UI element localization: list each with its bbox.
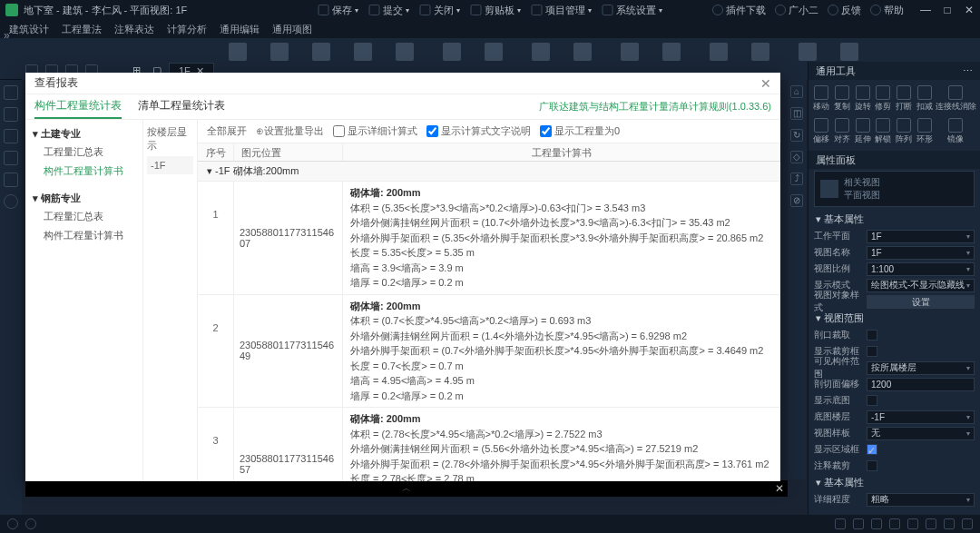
tool-1[interactable]: 复制 <box>833 84 852 114</box>
prop-range-rows-3[interactable]: 剖切面偏移1200 <box>808 376 980 392</box>
sb-tool-1[interactable] <box>835 518 846 529</box>
tree-item-calc-2[interactable]: 构件工程量计算书 <box>33 226 135 245</box>
prop-basic-rows-1[interactable]: 视图名称1F▾ <box>808 244 980 261</box>
sb-tool-3[interactable] <box>871 518 882 529</box>
tb-save[interactable]: 保存▾ <box>318 4 358 17</box>
minimize-button[interactable]: — <box>920 5 931 15</box>
notification-icon[interactable] <box>7 518 18 529</box>
tree-item-summary-2[interactable]: 工程量汇总表 <box>33 207 135 226</box>
sb-tool-4[interactable] <box>889 518 900 529</box>
tool-13[interactable]: 镜像 <box>936 116 976 147</box>
rail-icon-2[interactable] <box>4 107 18 122</box>
check-detail-formula[interactable]: 显示详细计算式 <box>333 124 417 138</box>
filter-header[interactable]: 按楼层显示 <box>147 125 193 153</box>
tb-settings[interactable]: 系统设置▾ <box>603 4 662 17</box>
rail-icon-1[interactable] <box>4 85 18 100</box>
menu-item-1[interactable]: 工程量法 <box>62 23 102 36</box>
attr-section-title: 属性面板 <box>808 151 980 169</box>
menu-item-2[interactable]: 注释表达 <box>114 23 154 36</box>
sb-tool-2[interactable] <box>853 518 864 529</box>
prop-range-rows-8[interactable]: 注释裁剪 <box>808 458 980 474</box>
expand-all-button[interactable]: 全部展开 <box>207 124 247 138</box>
tool-7[interactable]: 偏移 <box>812 116 831 147</box>
prop-range-rows-0[interactable]: 剖口裁取 <box>808 327 980 343</box>
tool-5[interactable]: 扣减 <box>915 84 934 114</box>
rail-icon-5[interactable] <box>4 173 18 187</box>
tool-2[interactable]: 旋转 <box>853 84 872 114</box>
prop-range-rows-5[interactable]: 底图楼层-1F▾ <box>808 409 980 425</box>
tool-4[interactable]: 打断 <box>895 84 914 114</box>
check-show-zero[interactable]: 显示工程量为0 <box>540 124 620 138</box>
menu-item-5[interactable]: 通用项图 <box>272 23 312 36</box>
filter-item-n1f[interactable]: -1F <box>147 156 193 174</box>
prop-basic-rows-4[interactable]: 视图对象样式设置 <box>808 293 980 310</box>
tool-3[interactable]: 修剪 <box>874 84 893 114</box>
check-formula-text[interactable]: 显示计算式文字说明 <box>426 124 531 138</box>
prop-detail-rows-0[interactable]: 详细程度粗略▾ <box>808 491 980 508</box>
tool-12[interactable]: 环形 <box>915 116 934 147</box>
prop-basic-rows-0[interactable]: 工作平面1F▾ <box>808 228 980 244</box>
tool-8[interactable]: 对齐 <box>833 116 852 147</box>
tree-group-rebar[interactable]: ▾ 钢筋专业 <box>33 190 135 207</box>
tb-user[interactable]: 广小二 <box>775 4 818 17</box>
group-range[interactable]: ▾ 视图范围 <box>808 310 980 327</box>
prop-range-rows-7[interactable]: 显示区域框✓ <box>808 441 980 458</box>
share-icon[interactable]: ⤴ <box>790 173 803 185</box>
expand-ribbon-icon[interactable]: » <box>4 29 10 42</box>
home-view-icon[interactable]: ⌂ <box>790 85 803 98</box>
chevron-up-icon[interactable]: ︿ <box>402 482 411 495</box>
tool-11[interactable]: 阵列 <box>895 116 914 147</box>
tool-10[interactable]: 解锁 <box>874 116 893 147</box>
cloud-icon[interactable] <box>25 518 36 529</box>
command-bar[interactable]: ︿ ✕ <box>25 480 788 497</box>
maximize-button[interactable]: □ <box>942 5 953 15</box>
app-logo <box>5 4 18 16</box>
col-position: 图元位置 <box>234 143 343 161</box>
sb-tool-7[interactable] <box>944 518 955 529</box>
tb-help[interactable]: 帮助 <box>870 4 904 17</box>
tb-close[interactable]: 关闭▾ <box>420 4 460 17</box>
tool-6[interactable]: 连接线消除 <box>936 84 976 114</box>
menu-item-3[interactable]: 计算分析 <box>167 23 207 36</box>
command-close-icon[interactable]: ✕ <box>775 482 784 495</box>
tool-9[interactable]: 延伸 <box>853 116 872 147</box>
sb-tool-6[interactable] <box>926 518 936 529</box>
menu-item-0[interactable]: 建筑设计 <box>9 23 49 36</box>
tool-0[interactable]: 移动 <box>812 84 831 114</box>
hide-icon[interactable]: ◇ <box>790 151 803 163</box>
dialog-close-icon[interactable]: ✕ <box>760 76 771 91</box>
tb-project[interactable]: 项目管理▾ <box>532 4 592 17</box>
rail-icon-4[interactable] <box>4 151 18 165</box>
tree-item-summary-1[interactable]: 工程量汇总表 <box>33 143 135 162</box>
tab-component-stats[interactable]: 构件工程量统计表 <box>34 94 122 119</box>
tb-feedback[interactable]: 反馈 <box>828 4 861 17</box>
rail-icon-help[interactable] <box>4 194 18 209</box>
tree-group-civil[interactable]: ▾ 土建专业 <box>33 125 135 143</box>
col-index: 序号 <box>198 143 234 161</box>
cube-view-icon[interactable]: ◫ <box>790 107 803 120</box>
prop-range-rows-6[interactable]: 视图样板无▾ <box>808 425 980 441</box>
sync-view-icon[interactable]: ↻ <box>790 129 803 142</box>
group-basic[interactable]: ▾ 基本属性 <box>808 211 980 228</box>
report-dialog: 查看报表 ✕ 构件工程量统计表 清单工程量统计表 广联达建筑与结构工程量计量清单… <box>25 73 780 481</box>
window-title: 地下室 - 建筑 - 李仁风 - 平面视图: 1F <box>24 4 187 17</box>
prop-range-rows-4[interactable]: 显示底图 <box>808 392 980 409</box>
group-basic2[interactable]: ▾ 基本属性 <box>808 474 980 491</box>
close-button[interactable]: ✕ <box>964 5 975 15</box>
tree-item-calc-1[interactable]: 构件工程量计算书 <box>33 162 135 181</box>
export-settings-button[interactable]: ⊕设置批量导出 <box>256 124 324 138</box>
prop-basic-rows-2[interactable]: 视图比例1:100▾ <box>808 261 980 277</box>
tab-list-stats[interactable]: 清单工程量统计表 <box>138 94 225 119</box>
sb-tool-5[interactable] <box>907 518 918 529</box>
view-thumbnail[interactable]: 相关视图 平面视图 <box>814 171 975 207</box>
menu-item-4[interactable]: 通用编辑 <box>220 23 260 36</box>
prop-range-rows-2[interactable]: 可见构件范围按所属楼层▾ <box>808 360 980 376</box>
rail-icon-3[interactable] <box>4 129 18 143</box>
tb-submit[interactable]: 提交▾ <box>369 4 409 17</box>
section-menu-icon[interactable]: ⋯ <box>963 65 973 77</box>
sb-tool-8[interactable] <box>962 518 973 529</box>
group-row[interactable]: ▾ -1F 砌体墙:200mm <box>198 162 780 182</box>
cancel-icon[interactable]: ⊘ <box>790 194 803 207</box>
tb-clipboard[interactable]: 剪贴板▾ <box>471 4 521 17</box>
tb-plugin[interactable]: 插件下载 <box>712 4 766 17</box>
